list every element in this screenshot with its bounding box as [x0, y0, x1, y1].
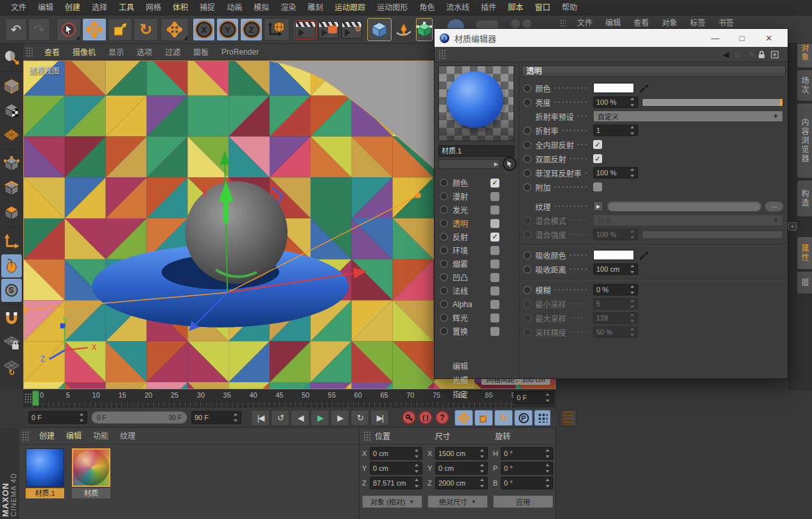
lock-workplane-button[interactable] — [1, 332, 22, 355]
tab-层[interactable]: 层 — [797, 271, 812, 294]
channel-circle-icon[interactable] — [440, 233, 448, 241]
stepper-icon[interactable] — [629, 265, 635, 274]
channel-row-凹凸[interactable]: 凹凸 — [435, 270, 519, 284]
menu-item-雕刻[interactable]: 雕刻 — [302, 0, 329, 15]
param-row-亮度[interactable]: 亮度100 % — [519, 95, 788, 109]
handle-point[interactable] — [415, 193, 421, 198]
menu-item-插件[interactable]: 插件 — [475, 0, 502, 15]
param-spinner[interactable]: 100 cm — [593, 263, 638, 275]
stepper-icon[interactable] — [629, 98, 635, 107]
panel-grip[interactable] — [560, 19, 566, 27]
stepper-icon[interactable] — [629, 299, 635, 308]
animation-circle-icon[interactable] — [523, 314, 531, 322]
lock-icon[interactable] — [758, 51, 771, 58]
channel-circle-icon[interactable] — [440, 246, 448, 254]
param-spinner[interactable]: 0 % — [593, 284, 638, 295]
channel-label[interactable]: 法线 — [453, 285, 486, 296]
key-rotation-toggle[interactable]: ↻ — [494, 410, 513, 426]
param-row-最大采样[interactable]: 最大采样128 — [519, 311, 788, 325]
previous-frame-button[interactable]: ◀ — [291, 410, 309, 426]
param-spinner[interactable]: 100 % — [593, 96, 638, 108]
stepper-icon[interactable] — [479, 449, 485, 458]
move-tool-button[interactable] — [82, 18, 107, 41]
param-row-吸收颜色[interactable]: 吸收颜色 — [519, 248, 788, 262]
stepper-icon[interactable] — [413, 449, 419, 458]
animation-circle-icon[interactable] — [523, 231, 531, 239]
param-row-附加[interactable]: 附加 — [519, 180, 788, 194]
render-settings-button[interactable]: ⚙ — [340, 18, 363, 41]
coord-field-尺寸-Z[interactable]: 2000 cm — [435, 477, 488, 489]
dialog-titlebar[interactable]: 材质编辑器 — □ ✕ — [435, 29, 788, 47]
menu-item-流水线[interactable]: 流水线 — [440, 0, 475, 15]
param-row-颜色[interactable]: 颜色 — [519, 81, 788, 95]
material-name-field[interactable]: 材质.1 — [438, 145, 514, 157]
material-name-label[interactable]: 材质.1 — [26, 488, 64, 498]
menu-item-角色[interactable]: 角色 — [413, 0, 440, 15]
minimize-button[interactable]: — — [702, 30, 729, 46]
panel-grip[interactable] — [22, 431, 30, 441]
channel-checkbox[interactable] — [490, 246, 499, 255]
channel-checkbox[interactable] — [490, 327, 499, 336]
tab-构造[interactable]: 构造 — [797, 180, 812, 217]
texture-arrow-button[interactable]: ▶ — [593, 201, 603, 211]
apply-button[interactable]: 应用 — [493, 495, 553, 508]
menu-item-摄像机[interactable]: 摄像机 — [67, 46, 101, 57]
stepper-icon[interactable] — [544, 464, 550, 473]
key-parameter-toggle[interactable]: P — [514, 410, 533, 426]
coord-field-旋转-B[interactable]: 0 ° — [501, 477, 553, 489]
channel-checkbox[interactable]: ✓ — [490, 179, 499, 188]
menu-item-选项[interactable]: 选项 — [131, 46, 158, 57]
y-axis-lock-button[interactable]: Y — [216, 18, 239, 41]
channel-label[interactable]: 透明 — [453, 218, 486, 229]
tab-属性[interactable]: 属性 — [797, 236, 812, 270]
new-window-icon[interactable] — [771, 51, 784, 58]
animation-circle-icon[interactable] — [523, 265, 531, 274]
coord-field-位置-Z[interactable]: 87.571 cm — [370, 477, 422, 489]
maximize-button[interactable]: □ — [729, 30, 756, 46]
subdivision-surface-button[interactable] — [416, 18, 433, 41]
param-row-折射率[interactable]: 折射率1 — [519, 123, 788, 137]
start-frame-field[interactable]: 0 F — [28, 411, 87, 424]
menu-item-体积[interactable]: 体积 — [167, 0, 194, 15]
coord-field-尺寸-Y[interactable]: 0 cm — [435, 462, 488, 475]
channel-label[interactable]: 发光 — [453, 204, 486, 215]
menu-item-标签[interactable]: 标签 — [684, 18, 711, 28]
menu-item-纹理[interactable]: 纹理 — [114, 428, 141, 444]
stepper-icon[interactable] — [479, 479, 485, 488]
param-row-吸收距离[interactable]: 吸收距离100 cm — [519, 262, 788, 276]
x-axis-lock-button[interactable]: X — [193, 18, 215, 41]
rotate-tool-button[interactable]: ↻ — [134, 18, 158, 41]
menu-item-捕捉[interactable]: 捕捉 — [194, 0, 221, 15]
channel-label[interactable]: 凹凸 — [453, 272, 486, 283]
animation-circle-icon[interactable] — [523, 183, 531, 191]
keyframe-options-button[interactable]: ? — [435, 410, 449, 425]
menu-item-运动图形[interactable]: 运动图形 — [371, 0, 413, 15]
last-tool-button[interactable] — [160, 18, 189, 41]
channel-circle-icon[interactable] — [440, 273, 448, 281]
channel-row-法线[interactable]: 法线 — [435, 284, 519, 297]
param-row-菲涅耳反射率[interactable]: 菲涅耳反射率100 % — [519, 166, 788, 180]
param-row-折射率预设[interactable]: 折射率预设自定义▼ — [519, 109, 788, 123]
menu-item-运动跟踪[interactable]: 运动跟踪 — [329, 0, 371, 15]
live-selection-button[interactable] — [56, 18, 81, 41]
channel-label[interactable]: 置换 — [453, 326, 486, 337]
menu-item-窗口[interactable]: 窗口 — [529, 0, 556, 15]
param-checkbox[interactable] — [593, 182, 602, 191]
channel-label[interactable]: 反射 — [453, 231, 486, 242]
tab-场次[interactable]: 场次 — [797, 69, 812, 101]
undo-button[interactable]: ↶ — [5, 18, 27, 41]
menu-item-渲染[interactable]: 渲染 — [275, 0, 302, 15]
stepper-icon[interactable] — [232, 413, 238, 422]
tweak-mode-button[interactable] — [1, 254, 22, 277]
scale-tool-button[interactable] — [108, 18, 132, 41]
autokey-button[interactable]: ( ) — [419, 410, 433, 425]
stepper-icon[interactable] — [629, 230, 635, 239]
channel-row-透明[interactable]: 透明 — [435, 216, 519, 230]
menu-item-面板[interactable]: 面板 — [187, 46, 214, 57]
channel-circle-icon[interactable] — [440, 327, 448, 335]
material-thumbnail[interactable] — [26, 448, 64, 487]
preview-options-bar[interactable]: ▶ — [438, 159, 500, 169]
snap-button[interactable]: S — [1, 279, 22, 302]
coord-field-位置-X[interactable]: 0 cm — [370, 447, 422, 460]
redo-button[interactable]: ↷ — [28, 18, 50, 41]
